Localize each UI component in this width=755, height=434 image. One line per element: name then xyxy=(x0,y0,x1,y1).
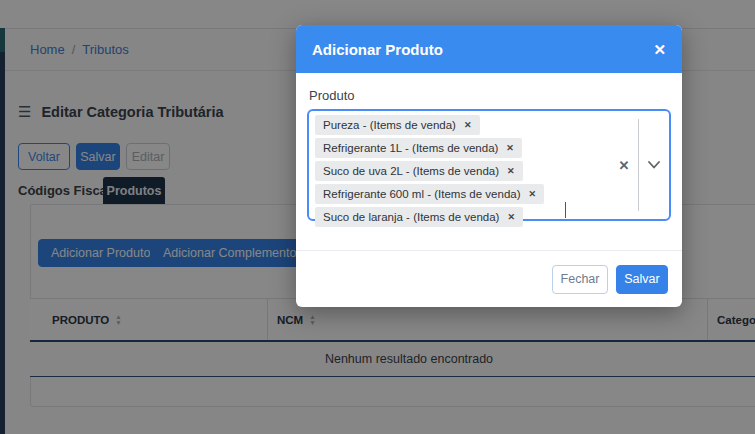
remove-tag-icon[interactable]: ✕ xyxy=(529,189,537,199)
tag-item: Suco de laranja - (Items de venda) ✕ xyxy=(315,207,523,227)
remove-tag-icon[interactable]: ✕ xyxy=(507,212,515,222)
remove-tag-icon[interactable]: ✕ xyxy=(506,143,514,153)
remove-tag-icon[interactable]: ✕ xyxy=(464,120,472,130)
select-controls: ✕ xyxy=(610,111,669,219)
modal-salvar-button[interactable]: Salvar xyxy=(616,265,668,294)
tag-item: Refrigerante 600 ml - (Items de venda) ✕ xyxy=(315,184,544,204)
clear-all-icon[interactable]: ✕ xyxy=(610,111,638,219)
close-icon[interactable]: ✕ xyxy=(653,42,666,57)
chevron-down-icon[interactable] xyxy=(639,111,669,219)
tag-item: Pureza - (Items de venda) ✕ xyxy=(315,115,480,135)
produto-multiselect[interactable]: Pureza - (Items de venda) ✕ Refrigerante… xyxy=(307,109,671,221)
fechar-button[interactable]: Fechar xyxy=(552,265,608,294)
modal-title: Adicionar Produto xyxy=(312,41,443,58)
tag-item: Suco de uva 2L - (Items de venda) ✕ xyxy=(315,161,523,181)
adicionar-produto-modal: Adicionar Produto ✕ Produto Pureza - (It… xyxy=(296,25,682,307)
modal-footer: Fechar Salvar xyxy=(296,250,682,307)
tag-item: Refrigerante 1L - (Items de venda) ✕ xyxy=(315,138,522,158)
produto-field-label: Produto xyxy=(309,88,355,103)
modal-header: Adicionar Produto ✕ xyxy=(296,25,682,73)
text-caret xyxy=(565,202,566,218)
selected-tags: Pureza - (Items de venda) ✕ Refrigerante… xyxy=(315,115,544,227)
remove-tag-icon[interactable]: ✕ xyxy=(507,166,515,176)
app-window: Home / Tributos ☰ Editar Categoria Tribu… xyxy=(0,0,755,434)
